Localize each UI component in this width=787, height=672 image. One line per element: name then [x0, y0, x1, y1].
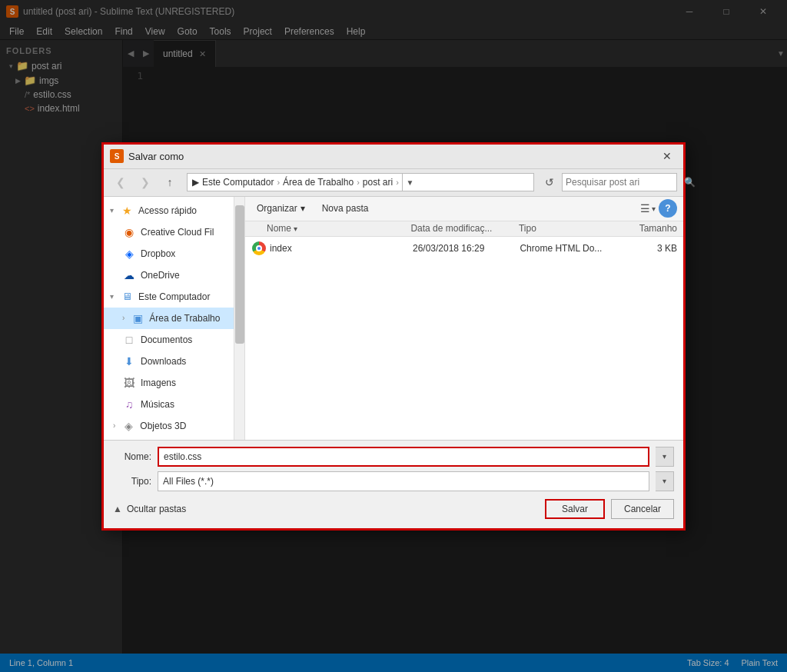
nome-input[interactable] — [158, 447, 649, 467]
downloads-icon: ⬇ — [122, 354, 136, 368]
back-button[interactable]: ❮ — [110, 171, 131, 193]
col-header-size: Tamanho — [626, 223, 677, 234]
view-arrow-icon: ▾ — [652, 205, 656, 213]
creative-cloud-icon: ◉ — [122, 225, 136, 239]
dialog-close-button[interactable]: ✕ — [657, 146, 677, 166]
dialog-bottom: Nome: ▾ Tipo: ▾ ▲ Ocultar pastas Salvar … — [104, 440, 683, 528]
sidebar-item-creative-cloud[interactable]: ◉ Creative Cloud Fil — [104, 221, 234, 243]
left-panel: ▾ ★ Acesso rápido ◉ Creative Cloud Fil ◈… — [104, 197, 234, 440]
help-icon: ? — [665, 203, 670, 214]
tipo-dropdown[interactable]: ▾ — [656, 471, 674, 491]
dialog-title: Salvar como — [128, 151, 184, 162]
onedrive-icon: ☁ — [122, 268, 136, 282]
sidebar-item-imagens[interactable]: 🖼 Imagens — [104, 372, 234, 394]
sidebar-item-musicas[interactable]: ♫ Músicas — [104, 394, 234, 415]
sidebar-item-onedrive[interactable]: ☁ OneDrive — [104, 264, 234, 286]
breadcrumb-text-2: post ari — [363, 177, 393, 188]
left-scrollbar[interactable] — [234, 197, 245, 440]
right-toolbar: Organizar ▾ Nova pasta ☰ ▾ ? — [245, 197, 683, 221]
chrome-inner — [256, 245, 262, 251]
dialog-buttons: Salvar Cancelar — [545, 499, 674, 519]
sidebar-item-area-trabalho[interactable]: › ▣ Área de Trabalho — [104, 308, 234, 329]
sidebar-item-downloads[interactable]: ⬇ Downloads — [104, 351, 234, 372]
breadcrumb-sep-0: › — [277, 178, 280, 187]
hide-folders-label: Ocultar pastas — [127, 504, 186, 514]
right-panel: Organizar ▾ Nova pasta ☰ ▾ ? — [245, 197, 683, 440]
salvar-button[interactable]: Salvar — [545, 499, 605, 519]
dialog-toolbar: ❮ ❯ ↑ ▶ Este Computador › Área de Trabal… — [104, 169, 683, 197]
sidebar-item-label: Downloads — [141, 356, 186, 367]
save-dialog: S Salvar como ✕ ❮ ❯ ↑ ▶ Este Computador … — [101, 142, 686, 531]
search-input[interactable] — [566, 177, 681, 188]
sidebar-item-label: Imagens — [141, 378, 176, 388]
tipo-input[interactable] — [158, 471, 649, 491]
col-header-date[interactable]: Data de modificaç... — [410, 223, 519, 234]
col-date-label: Data de modificaç... — [410, 223, 492, 234]
sidebar-item-label: Este Computador — [138, 291, 210, 302]
dialog-body: ▾ ★ Acesso rápido ◉ Creative Cloud Fil ◈… — [104, 197, 683, 440]
sidebar-item-objetos3d[interactable]: › ◈ Objetos 3D — [104, 415, 234, 437]
col-name-label: Nome — [267, 223, 291, 234]
refresh-button[interactable]: ↺ — [540, 173, 559, 191]
sort-icon: ▾ — [294, 225, 297, 233]
dialog-overlay: S Salvar como ✕ ❮ ❯ ↑ ▶ Este Computador … — [0, 0, 787, 672]
sidebar-item-label: OneDrive — [141, 270, 180, 281]
sidebar-item-dropbox[interactable]: ◈ Dropbox — [104, 243, 234, 264]
dialog-footer: ▲ Ocultar pastas Salvar Cancelar — [113, 496, 674, 522]
view-toggle[interactable]: ☰ ▾ — [640, 202, 656, 215]
breadcrumb-bar[interactable]: ▶ Este Computador › Área de Trabalho › p… — [187, 173, 534, 191]
breadcrumb-dropdown[interactable]: ▼ — [402, 173, 417, 191]
organize-arrow-icon: ▾ — [301, 203, 305, 214]
nova-pasta-label: Nova pasta — [322, 203, 369, 214]
breadcrumb-sep-2: › — [396, 178, 399, 187]
nome-dropdown[interactable]: ▾ — [656, 447, 674, 467]
organize-label: Organizar — [257, 203, 297, 214]
search-bar: 🔍 — [562, 173, 677, 191]
sidebar-item-label: Documentos — [141, 334, 192, 345]
file-row[interactable]: index 26/03/2018 16:29 Chrome HTML Do...… — [245, 237, 683, 260]
music-icon: ♫ — [122, 398, 136, 411]
sidebar-item-acesso-rapido[interactable]: ▾ ★ Acesso rápido — [104, 200, 234, 221]
dialog-title-bar: S Salvar como ✕ — [104, 145, 683, 169]
col-size-label: Tamanho — [639, 223, 677, 234]
col-header-type: Tipo — [519, 223, 627, 234]
sidebar-item-label: Objetos 3D — [140, 421, 186, 431]
col-header-name[interactable]: Nome ▾ — [267, 223, 410, 234]
help-button[interactable]: ? — [659, 199, 677, 218]
tipo-field-row: Tipo: ▾ — [113, 471, 674, 491]
sidebar-item-este-computador[interactable]: ▾ 🖥 Este Computador — [104, 286, 234, 308]
up-button[interactable]: ↑ — [159, 171, 181, 193]
nome-field-row: Nome: ▾ — [113, 447, 674, 467]
file-date: 26/03/2018 16:29 — [413, 243, 520, 254]
file-name: index — [267, 243, 413, 254]
chevron-down-icon: ▾ — [110, 206, 114, 215]
file-row-icon-wrapper — [251, 241, 267, 255]
nova-pasta-button[interactable]: Nova pasta — [317, 201, 374, 216]
tipo-label: Tipo: — [113, 476, 151, 487]
search-icon: 🔍 — [684, 177, 696, 188]
breadcrumb-sep-1: › — [357, 178, 360, 187]
sidebar-item-label: Acesso rápido — [138, 205, 197, 216]
nome-label: Nome: — [113, 451, 151, 462]
scrollbar-thumb[interactable] — [235, 205, 244, 344]
organize-button[interactable]: Organizar ▾ — [251, 201, 310, 216]
desktop-icon: ▣ — [131, 311, 144, 325]
images-icon: 🖼 — [122, 376, 136, 390]
col-type-label: Tipo — [519, 223, 536, 234]
breadcrumb-item-0: ▶ — [192, 177, 199, 188]
chevron-right-icon: › — [113, 421, 115, 430]
dialog-icon: S — [110, 149, 124, 163]
cancelar-button[interactable]: Cancelar — [611, 499, 674, 519]
breadcrumb-text-0: Este Computador — [202, 177, 274, 188]
sidebar-item-label: Músicas — [141, 399, 174, 410]
sidebar-item-label: Dropbox — [141, 248, 175, 259]
sidebar-item-documentos[interactable]: □ Documentos — [104, 329, 234, 351]
forward-button[interactable]: ❯ — [134, 171, 156, 193]
3d-icon: ◈ — [121, 419, 135, 433]
file-size: 3 KB — [627, 243, 677, 254]
computer-icon: 🖥 — [120, 290, 134, 304]
chevron-right-icon: › — [122, 314, 125, 322]
breadcrumb-text-1: Área de Trabalho — [283, 177, 354, 188]
documents-icon: □ — [122, 333, 136, 347]
hide-folders-toggle[interactable]: ▲ Ocultar pastas — [113, 504, 186, 514]
